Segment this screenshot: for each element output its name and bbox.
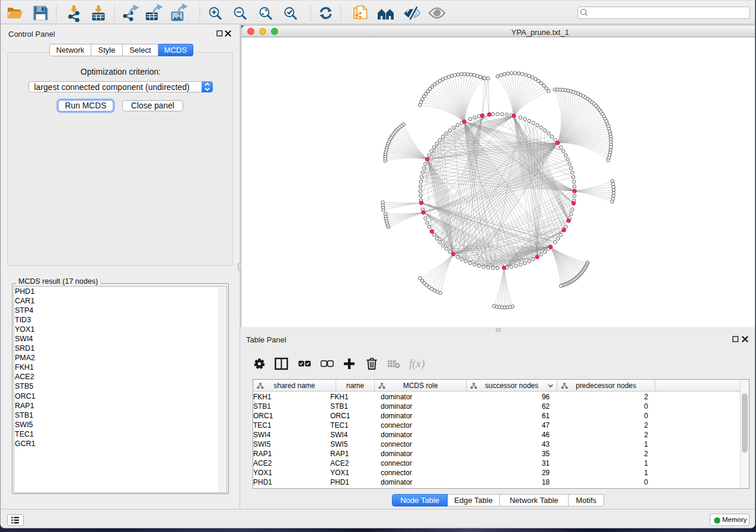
- svg-text:f(x): f(x): [409, 357, 425, 370]
